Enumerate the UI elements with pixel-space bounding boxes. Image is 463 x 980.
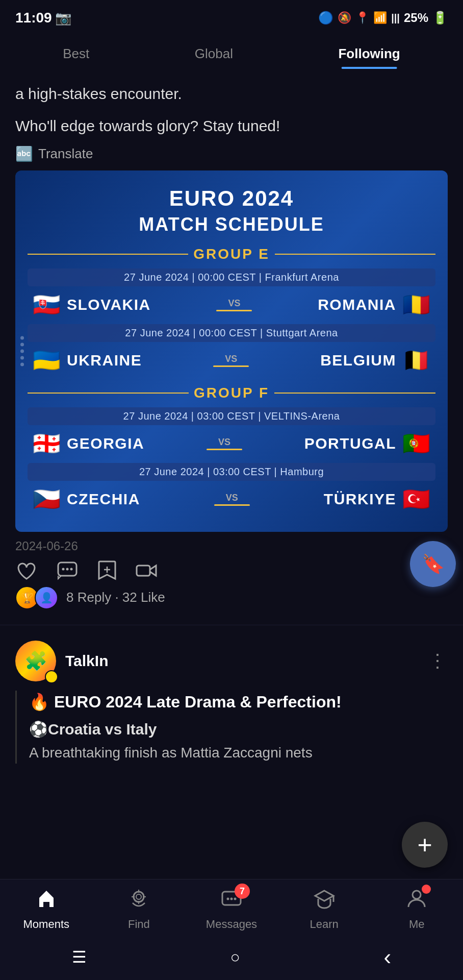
share-button[interactable] xyxy=(136,560,158,581)
post-2: 🧩 TalkIn ⋮ 🔥 EURO 2024 Late Drama & Perf… xyxy=(0,625,463,764)
signal-icon: ||| xyxy=(391,12,400,24)
svg-point-2 xyxy=(66,568,69,570)
turkiye-name: TÜRKIYE xyxy=(324,491,396,508)
match-schedule-image: EURO 2024 MATCH SCHEDULE GROUP E 27 June… xyxy=(15,170,448,532)
author-name: TalkIn xyxy=(65,652,108,670)
schedule-title-2: MATCH SCHEDULE xyxy=(28,213,435,235)
match-3-team-left: 🇬🇪 GEORGIA xyxy=(33,432,144,455)
system-navigation: ☰ ○ ‹ xyxy=(0,937,463,980)
post-1: a high-stakes encounter. Who'll edge tow… xyxy=(0,77,463,625)
like-button[interactable] xyxy=(15,560,38,581)
find-label: Find xyxy=(128,918,150,931)
match-1-teams: 🇸🇰 SLOVAKIA VS 🇷🇴 ROMANIA xyxy=(28,289,435,320)
moments-label: Moments xyxy=(23,918,69,931)
side-fab-button[interactable]: 🔖 xyxy=(410,541,456,587)
match-2-teams: 🇺🇦 UKRAINE VS 🇧🇪 BELGIUM xyxy=(28,345,435,376)
author-avatar-emoji: 🧩 xyxy=(24,650,47,672)
match-3-date: 27 June 2024 | 03:00 CEST | VELTINS-Aren… xyxy=(28,407,435,425)
nav-learn[interactable]: Learn xyxy=(294,888,355,931)
match-2-date: 27 June 2024 | 00:00 CEST | Stuttgart Ar… xyxy=(28,324,435,342)
avatar-2: 👤 xyxy=(35,586,58,609)
portugal-name: PORTUGAL xyxy=(304,435,396,452)
schedule-title-1: EURO 2024 xyxy=(28,186,435,211)
czechia-flag: 🇨🇿 xyxy=(33,488,61,510)
post-2-header: 🧩 TalkIn ⋮ xyxy=(15,641,448,681)
translate-button[interactable]: 🔤 Translate xyxy=(15,145,448,162)
tab-global[interactable]: Global xyxy=(179,41,248,67)
translate-label: Translate xyxy=(38,146,93,162)
romania-flag: 🇷🇴 xyxy=(402,293,430,316)
vs-3: VS xyxy=(207,437,242,450)
wifi-icon: 📶 xyxy=(373,11,387,24)
more-options-button[interactable]: ⋮ xyxy=(428,650,448,672)
bluetooth-icon: 🔵 xyxy=(318,11,333,25)
reply-avatars: 🏆 👤 xyxy=(15,586,58,609)
bottom-navigation: Moments Find xyxy=(0,879,463,980)
vs-4: VS xyxy=(214,493,250,506)
post-2-description: A breathtaking finish as Mattia Zaccagni… xyxy=(29,742,448,764)
back-button[interactable]: ‹ xyxy=(384,944,392,970)
post-1-stats: 🏆 👤 8 Reply · 32 Like xyxy=(15,586,448,609)
turkiye-flag: 🇹🇷 xyxy=(402,488,430,510)
match-3-teams: 🇬🇪 GEORGIA VS 🇵🇹 PORTUGAL xyxy=(28,428,435,459)
me-label: Me xyxy=(409,918,425,931)
messages-label: Messages xyxy=(206,918,257,931)
decoration-dots xyxy=(20,336,24,366)
time-display: 11:09 xyxy=(15,10,52,26)
home-button[interactable]: ○ xyxy=(230,948,240,967)
camera-icon: 📷 xyxy=(55,10,71,26)
tab-best[interactable]: Best xyxy=(47,41,105,67)
georgia-name: GEORGIA xyxy=(67,435,144,452)
bookmark-button[interactable] xyxy=(97,559,117,582)
match-2-team-right: 🇧🇪 BELGIUM xyxy=(320,349,430,372)
status-time: 11:09 📷 xyxy=(15,10,71,26)
match-4-teams: 🇨🇿 CZECHIA VS 🇹🇷 TÜRKIYE xyxy=(28,484,435,514)
nav-moments[interactable]: Moments xyxy=(16,888,77,931)
match-4-team-left: 🇨🇿 CZECHIA xyxy=(33,488,140,510)
post-1-actions xyxy=(15,559,448,582)
ukraine-flag: 🇺🇦 xyxy=(33,349,61,372)
add-fab-button[interactable]: + xyxy=(402,822,448,868)
menu-button[interactable]: ☰ xyxy=(72,947,87,967)
notification-icon: 🔕 xyxy=(338,11,351,24)
post-2-body: 🔥 EURO 2024 Late Drama & Perfection! ⚽Cr… xyxy=(15,691,448,764)
comment-button[interactable] xyxy=(56,560,79,581)
tab-following[interactable]: Following xyxy=(323,41,415,67)
me-icon xyxy=(405,888,428,915)
svg-point-13 xyxy=(230,898,233,900)
status-icons: 🔵 🔕 📍 📶 ||| 25% 🔋 xyxy=(318,11,448,25)
author-badge xyxy=(45,670,58,683)
learn-label: Learn xyxy=(310,918,338,931)
match-3-team-right: 🇵🇹 PORTUGAL xyxy=(304,432,430,455)
battery-icon: 🔋 xyxy=(432,11,448,25)
svg-point-1 xyxy=(62,568,65,570)
status-bar: 11:09 📷 🔵 🔕 📍 📶 ||| 25% 🔋 xyxy=(0,0,463,36)
nav-messages[interactable]: 7 Messages xyxy=(201,888,262,931)
find-icon xyxy=(127,888,150,915)
messages-badge: 7 xyxy=(235,884,250,899)
match-1-team-right: 🇷🇴 ROMANIA xyxy=(318,293,430,316)
post-1-text-1: a high-stakes encounter. xyxy=(15,77,448,109)
nav-items: Moments Find xyxy=(0,879,463,937)
moments-icon xyxy=(35,888,58,915)
location-icon: 📍 xyxy=(355,11,369,24)
nav-find[interactable]: Find xyxy=(108,888,169,931)
match-4-date: 27 June 2024 | 03:00 CEST | Hamburg xyxy=(28,463,435,481)
portugal-flag: 🇵🇹 xyxy=(402,432,430,455)
tab-bar: Best Global Following xyxy=(0,36,463,77)
nav-me[interactable]: Me xyxy=(386,888,447,931)
match-4-team-right: 🇹🇷 TÜRKIYE xyxy=(324,488,430,510)
learn-icon xyxy=(313,888,336,915)
post-2-author: 🧩 TalkIn xyxy=(15,641,108,681)
match-1-team-left: 🇸🇰 SLOVAKIA xyxy=(33,293,151,316)
post-2-title: 🔥 EURO 2024 Late Drama & Perfection! xyxy=(29,691,448,714)
svg-rect-4 xyxy=(137,566,150,576)
vs-2: VS xyxy=(213,354,249,367)
ukraine-name: UKRAINE xyxy=(67,352,142,369)
add-icon: + xyxy=(417,832,432,857)
translate-icon: 🔤 xyxy=(15,145,33,162)
content-feed: a high-stakes encounter. Who'll edge tow… xyxy=(0,77,463,866)
svg-point-12 xyxy=(226,898,229,900)
me-notification-badge xyxy=(422,885,431,894)
group-f-label: GROUP F xyxy=(28,385,435,401)
